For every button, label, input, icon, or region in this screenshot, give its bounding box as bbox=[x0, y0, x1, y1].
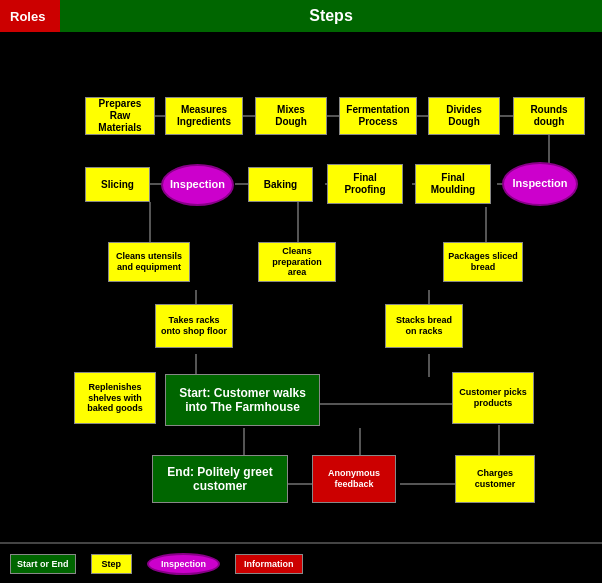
legend-inspection: Inspection bbox=[147, 553, 220, 575]
cleans-utensils-node: Cleans utensils and equipment bbox=[108, 242, 190, 282]
slicing-node: Slicing bbox=[85, 167, 150, 202]
mixes-dough-node: Mixes Dough bbox=[255, 97, 327, 135]
steps-label: Steps bbox=[60, 0, 602, 32]
baking-node: Baking bbox=[248, 167, 313, 202]
end-greet-node: End: Politely greet customer bbox=[152, 455, 288, 503]
packages-node: Packages sliced bread bbox=[443, 242, 523, 282]
legend-inspection-oval: Inspection bbox=[147, 553, 220, 575]
rounds-dough-node: Rounds dough bbox=[513, 97, 585, 135]
legend: Start or End Step Inspection Information bbox=[0, 542, 602, 583]
charges-node: Charges customer bbox=[455, 455, 535, 503]
legend-information-box: Information bbox=[235, 554, 303, 574]
header: Roles Steps bbox=[0, 0, 602, 32]
inspection2-node: Inspection bbox=[502, 162, 578, 206]
anon-feedback-node: Anonymous feedback bbox=[312, 455, 396, 503]
stacks-bread-node: Stacks bread on racks bbox=[385, 304, 463, 348]
takes-racks-node: Takes racks onto shop floor bbox=[155, 304, 233, 348]
legend-step: Step bbox=[91, 554, 133, 574]
divides-dough-node: Divides Dough bbox=[428, 97, 500, 135]
measures-ingredients-node: Measures Ingredients bbox=[165, 97, 243, 135]
fermentation-node: Fermentation Process bbox=[339, 97, 417, 135]
final-proofing-node: Final Proofing bbox=[327, 164, 403, 204]
inspection1-node: Inspection bbox=[161, 164, 234, 206]
legend-step-box: Step bbox=[91, 554, 133, 574]
start-customer-node: Start: Customer walks into The Farmhouse bbox=[165, 374, 320, 426]
prepares-raw-node: Prepares Raw Materials bbox=[85, 97, 155, 135]
legend-start-end: Start or End bbox=[10, 554, 76, 574]
legend-start-end-box: Start or End bbox=[10, 554, 76, 574]
customer-picks-node: Customer picks products bbox=[452, 372, 534, 424]
cleans-area-node: Cleans preparation area bbox=[258, 242, 336, 282]
replenishes-node: Replenishes shelves with baked goods bbox=[74, 372, 156, 424]
diagram-area: Prepares Raw Materials Measures Ingredie… bbox=[0, 32, 602, 542]
roles-label: Roles bbox=[0, 0, 60, 32]
final-moulding-node: Final Moulding bbox=[415, 164, 491, 204]
legend-information: Information bbox=[235, 554, 303, 574]
